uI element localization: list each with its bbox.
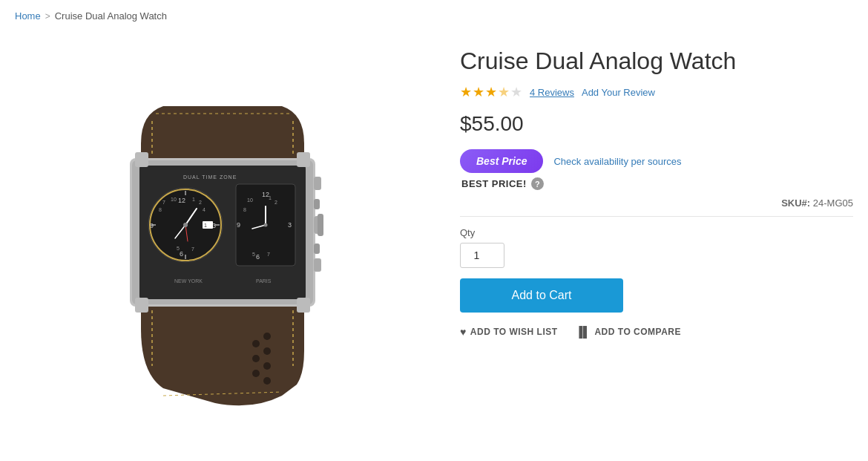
svg-rect-57 [135,152,148,167]
qty-input[interactable] [460,243,504,268]
svg-point-6 [252,370,260,377]
svg-rect-52 [314,199,320,209]
best-price-button[interactable]: Best Price [460,149,543,173]
add-to-cart-button[interactable]: Add to Cart [460,278,623,313]
add-to-compare-link[interactable]: ▐▌ ADD TO COMPARE [576,326,681,338]
svg-text:1: 1 [269,195,272,200]
svg-text:2: 2 [274,200,277,205]
svg-text:4: 4 [203,207,206,212]
star-1: ★ [460,84,472,100]
svg-point-3 [263,377,271,385]
svg-text:3: 3 [288,221,292,229]
svg-text:8: 8 [243,207,246,212]
star-4: ★ [498,84,510,100]
star-3: ★ [485,84,497,100]
svg-text:PARIS: PARIS [256,278,272,284]
svg-text:2: 2 [199,200,202,205]
svg-point-4 [252,340,260,347]
product-info-section: Cruise Dual Analog Watch ★ ★ ★ ★ ★ 4 Rev… [460,39,853,338]
svg-text:10: 10 [171,197,177,202]
reviews-count[interactable]: 4 Reviews [530,87,574,98]
svg-point-48 [264,223,268,227]
svg-point-5 [252,355,260,362]
svg-rect-54 [314,258,321,272]
add-to-wishlist-link[interactable]: ♥ ADD TO WISH LIST [460,326,558,338]
svg-point-0 [263,333,271,340]
svg-point-1 [263,347,271,355]
star-5: ★ [510,84,522,100]
product-title: Cruise Dual Analog Watch [460,47,853,75]
svg-text:8: 8 [159,207,162,212]
wishlist-label: ADD TO WISH LIST [470,327,558,337]
breadcrumb-separator: > [45,11,50,22]
qty-label: Qty [460,227,853,238]
breadcrumb-current: Cruise Dual Analog Watch [55,10,167,22]
svg-text:1: 1 [204,223,207,228]
watch-svg: DUAL TIME ZONE 12 6 9 3 1 2 4 8 7 [67,54,378,411]
star-rating: ★ ★ ★ ★ ★ [460,84,522,100]
svg-rect-58 [297,152,310,167]
product-price: $55.00 [460,112,853,136]
help-icon[interactable]: ? [531,177,544,190]
sku-label: SKU#: [781,197,810,209]
svg-rect-59 [135,298,148,313]
price-badge-row: Best Price Check availability per source… [460,149,853,173]
sku-value: 24-MG05 [813,197,853,209]
svg-text:7: 7 [162,200,165,205]
svg-text:6: 6 [180,250,183,258]
svg-point-2 [263,362,271,370]
svg-text:7: 7 [191,246,194,252]
svg-text:5: 5 [177,246,180,251]
svg-text:9: 9 [237,221,240,229]
product-image-section: DUAL TIME ZONE 12 6 9 3 1 2 4 8 7 [15,39,430,425]
heart-icon: ♥ [460,326,467,338]
svg-text:7: 7 [267,252,270,257]
check-availability-link[interactable]: Check availability per sources [553,156,681,167]
compare-label: ADD TO COMPARE [594,327,681,337]
svg-text:12: 12 [178,197,185,204]
rating-row: ★ ★ ★ ★ ★ 4 Reviews Add Your Review [460,84,853,100]
svg-rect-53 [314,243,320,254]
star-2: ★ [473,84,484,100]
qty-section: Qty [460,227,853,268]
best-price-label-row: BEST PRICE! ? [461,177,853,190]
svg-rect-50 [318,214,323,236]
svg-text:5: 5 [252,252,255,257]
sku-row: SKU#: 24-MG05 [460,197,853,217]
breadcrumb: Home > Cruise Dual Analog Watch [0,0,868,32]
breadcrumb-home[interactable]: Home [15,10,41,22]
svg-rect-60 [297,298,310,313]
add-review-link[interactable]: Add Your Review [582,87,655,98]
compare-icon: ▐▌ [576,326,591,338]
action-links-row: ♥ ADD TO WISH LIST ▐▌ ADD TO COMPARE [460,326,853,338]
svg-point-32 [183,223,188,227]
svg-text:10: 10 [247,197,253,203]
svg-text:1: 1 [192,197,195,202]
product-layout: DUAL TIME ZONE 12 6 9 3 1 2 4 8 7 [0,32,868,440]
product-image: DUAL TIME ZONE 12 6 9 3 1 2 4 8 7 [67,54,378,411]
svg-rect-51 [314,177,321,190]
svg-text:9: 9 [150,222,154,229]
svg-text:DUAL TIME ZONE: DUAL TIME ZONE [183,174,237,180]
best-price-label: BEST PRICE! [461,178,527,189]
svg-text:6: 6 [256,253,260,261]
svg-text:NEW YORK: NEW YORK [174,278,203,284]
